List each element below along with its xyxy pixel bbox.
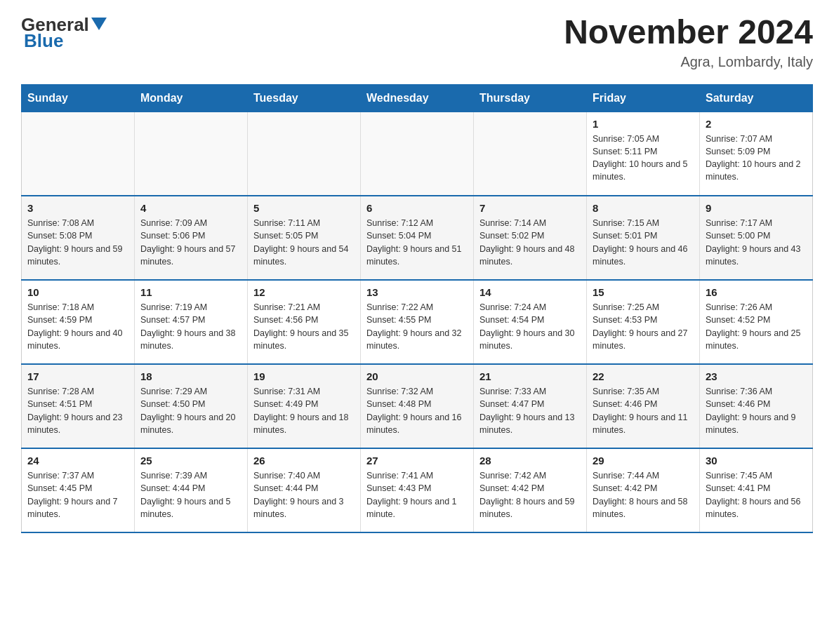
day-number: 29	[593, 455, 694, 467]
day-info: Sunrise: 7:33 AM Sunset: 4:47 PM Dayligh…	[479, 385, 581, 436]
day-info: Sunrise: 7:22 AM Sunset: 4:55 PM Dayligh…	[366, 301, 468, 352]
calendar-week-row: 3Sunrise: 7:08 AM Sunset: 5:08 PM Daylig…	[22, 196, 813, 280]
day-info: Sunrise: 7:41 AM Sunset: 4:43 PM Dayligh…	[366, 469, 468, 521]
day-number: 17	[27, 370, 128, 382]
calendar-cell	[135, 112, 248, 196]
calendar-cell: 9Sunrise: 7:17 AM Sunset: 5:00 PM Daylig…	[700, 196, 813, 280]
day-info: Sunrise: 7:32 AM Sunset: 4:48 PM Dayligh…	[366, 385, 468, 436]
calendar-cell	[22, 112, 135, 196]
calendar-cell: 26Sunrise: 7:40 AM Sunset: 4:44 PM Dayli…	[248, 448, 361, 532]
day-number: 13	[366, 286, 468, 298]
logo-blue-text: Blue	[24, 30, 63, 52]
calendar-cell: 2Sunrise: 7:07 AM Sunset: 5:09 PM Daylig…	[700, 112, 813, 196]
day-info: Sunrise: 7:05 AM Sunset: 5:11 PM Dayligh…	[593, 133, 694, 184]
day-number: 7	[479, 202, 581, 214]
day-info: Sunrise: 7:28 AM Sunset: 4:51 PM Dayligh…	[27, 385, 128, 436]
calendar-cell: 25Sunrise: 7:39 AM Sunset: 4:44 PM Dayli…	[135, 448, 248, 532]
calendar-week-row: 24Sunrise: 7:37 AM Sunset: 4:45 PM Dayli…	[22, 448, 813, 532]
logo-arrow-icon	[91, 18, 107, 33]
calendar-cell: 22Sunrise: 7:35 AM Sunset: 4:46 PM Dayli…	[587, 364, 700, 448]
day-number: 3	[27, 202, 128, 214]
day-number: 22	[593, 370, 694, 382]
calendar-cell	[248, 112, 361, 196]
logo: General Blue	[21, 14, 107, 52]
calendar-cell: 13Sunrise: 7:22 AM Sunset: 4:55 PM Dayli…	[361, 280, 474, 364]
calendar-cell: 6Sunrise: 7:12 AM Sunset: 5:04 PM Daylig…	[361, 196, 474, 280]
month-year-title: November 2024	[564, 14, 813, 51]
calendar-cell: 4Sunrise: 7:09 AM Sunset: 5:06 PM Daylig…	[135, 196, 248, 280]
day-number: 27	[366, 455, 468, 467]
day-number: 19	[253, 370, 355, 382]
col-saturday: Saturday	[700, 84, 813, 112]
day-info: Sunrise: 7:40 AM Sunset: 4:44 PM Dayligh…	[253, 469, 355, 521]
day-number: 21	[479, 370, 581, 382]
calendar-table: Sunday Monday Tuesday Wednesday Thursday…	[21, 84, 813, 534]
calendar-cell: 21Sunrise: 7:33 AM Sunset: 4:47 PM Dayli…	[474, 364, 587, 448]
calendar-cell: 19Sunrise: 7:31 AM Sunset: 4:49 PM Dayli…	[248, 364, 361, 448]
day-number: 26	[253, 455, 355, 467]
day-info: Sunrise: 7:07 AM Sunset: 5:09 PM Dayligh…	[706, 133, 807, 184]
location-subtitle: Agra, Lombardy, Italy	[564, 54, 813, 70]
day-number: 25	[140, 455, 241, 467]
day-number: 30	[706, 455, 807, 467]
day-info: Sunrise: 7:08 AM Sunset: 5:08 PM Dayligh…	[27, 217, 128, 268]
calendar-week-row: 10Sunrise: 7:18 AM Sunset: 4:59 PM Dayli…	[22, 280, 813, 364]
page-header: General Blue November 2024 Agra, Lombard…	[21, 14, 813, 70]
calendar-cell: 17Sunrise: 7:28 AM Sunset: 4:51 PM Dayli…	[22, 364, 135, 448]
calendar-cell: 23Sunrise: 7:36 AM Sunset: 4:46 PM Dayli…	[700, 364, 813, 448]
day-number: 2	[706, 118, 807, 130]
col-tuesday: Tuesday	[248, 84, 361, 112]
day-number: 6	[366, 202, 468, 214]
day-info: Sunrise: 7:21 AM Sunset: 4:56 PM Dayligh…	[253, 301, 355, 352]
day-number: 8	[593, 202, 694, 214]
col-monday: Monday	[135, 84, 248, 112]
col-sunday: Sunday	[22, 84, 135, 112]
day-info: Sunrise: 7:18 AM Sunset: 4:59 PM Dayligh…	[27, 301, 128, 352]
day-info: Sunrise: 7:29 AM Sunset: 4:50 PM Dayligh…	[140, 385, 241, 436]
day-info: Sunrise: 7:45 AM Sunset: 4:41 PM Dayligh…	[706, 469, 807, 521]
day-info: Sunrise: 7:14 AM Sunset: 5:02 PM Dayligh…	[479, 217, 581, 268]
day-number: 18	[140, 370, 241, 382]
calendar-cell: 14Sunrise: 7:24 AM Sunset: 4:54 PM Dayli…	[474, 280, 587, 364]
day-info: Sunrise: 7:35 AM Sunset: 4:46 PM Dayligh…	[593, 385, 694, 436]
day-info: Sunrise: 7:19 AM Sunset: 4:57 PM Dayligh…	[140, 301, 241, 352]
day-number: 24	[27, 455, 128, 467]
day-info: Sunrise: 7:15 AM Sunset: 5:01 PM Dayligh…	[593, 217, 694, 268]
calendar-cell: 1Sunrise: 7:05 AM Sunset: 5:11 PM Daylig…	[587, 112, 700, 196]
day-number: 23	[706, 370, 807, 382]
calendar-cell: 29Sunrise: 7:44 AM Sunset: 4:42 PM Dayli…	[587, 448, 700, 532]
calendar-cell: 16Sunrise: 7:26 AM Sunset: 4:52 PM Dayli…	[700, 280, 813, 364]
day-number: 28	[479, 455, 581, 467]
day-info: Sunrise: 7:09 AM Sunset: 5:06 PM Dayligh…	[140, 217, 241, 268]
calendar-cell: 3Sunrise: 7:08 AM Sunset: 5:08 PM Daylig…	[22, 196, 135, 280]
day-info: Sunrise: 7:25 AM Sunset: 4:53 PM Dayligh…	[593, 301, 694, 352]
day-info: Sunrise: 7:36 AM Sunset: 4:46 PM Dayligh…	[706, 385, 807, 436]
calendar-cell: 8Sunrise: 7:15 AM Sunset: 5:01 PM Daylig…	[587, 196, 700, 280]
day-info: Sunrise: 7:37 AM Sunset: 4:45 PM Dayligh…	[27, 469, 128, 521]
calendar-week-row: 1Sunrise: 7:05 AM Sunset: 5:11 PM Daylig…	[22, 112, 813, 196]
day-number: 1	[593, 118, 694, 130]
calendar-cell: 7Sunrise: 7:14 AM Sunset: 5:02 PM Daylig…	[474, 196, 587, 280]
day-info: Sunrise: 7:24 AM Sunset: 4:54 PM Dayligh…	[479, 301, 581, 352]
day-info: Sunrise: 7:44 AM Sunset: 4:42 PM Dayligh…	[593, 469, 694, 521]
calendar-cell: 10Sunrise: 7:18 AM Sunset: 4:59 PM Dayli…	[22, 280, 135, 364]
calendar-week-row: 17Sunrise: 7:28 AM Sunset: 4:51 PM Dayli…	[22, 364, 813, 448]
svg-marker-0	[91, 18, 107, 30]
day-number: 11	[140, 286, 241, 298]
calendar-cell: 15Sunrise: 7:25 AM Sunset: 4:53 PM Dayli…	[587, 280, 700, 364]
col-friday: Friday	[587, 84, 700, 112]
calendar-cell: 18Sunrise: 7:29 AM Sunset: 4:50 PM Dayli…	[135, 364, 248, 448]
day-number: 9	[706, 202, 807, 214]
calendar-cell: 28Sunrise: 7:42 AM Sunset: 4:42 PM Dayli…	[474, 448, 587, 532]
day-info: Sunrise: 7:31 AM Sunset: 4:49 PM Dayligh…	[253, 385, 355, 436]
day-number: 12	[253, 286, 355, 298]
day-info: Sunrise: 7:39 AM Sunset: 4:44 PM Dayligh…	[140, 469, 241, 521]
day-info: Sunrise: 7:26 AM Sunset: 4:52 PM Dayligh…	[706, 301, 807, 352]
day-number: 4	[140, 202, 241, 214]
day-number: 20	[366, 370, 468, 382]
day-number: 10	[27, 286, 128, 298]
calendar-cell	[474, 112, 587, 196]
day-number: 16	[706, 286, 807, 298]
day-info: Sunrise: 7:17 AM Sunset: 5:00 PM Dayligh…	[706, 217, 807, 268]
day-info: Sunrise: 7:11 AM Sunset: 5:05 PM Dayligh…	[253, 217, 355, 268]
